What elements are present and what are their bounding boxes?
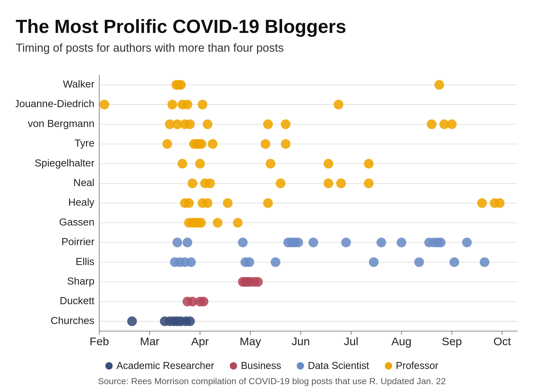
data-dot [447,119,457,129]
legend-label: Business [241,360,281,371]
data-dot [205,178,215,188]
data-dot [336,178,346,188]
data-dot [238,238,248,247]
data-dot [369,257,379,267]
legend-item-professor: Professor [385,360,438,371]
y-label: Poirrier [61,236,94,247]
legend-dot [297,362,304,370]
scatter-chart: WalkerVon Jouanne-Diedrichvon BergmannTy… [16,67,528,355]
data-dot [281,119,290,129]
data-dot [197,139,206,149]
x-label: Jun [291,335,310,348]
data-dot [266,159,275,169]
source-text: Source: Rees Morrison compilation of COV… [16,376,528,386]
data-dot [324,178,333,188]
y-label: Duckett [60,295,94,306]
data-dot [208,139,218,149]
y-label: Gassen [59,216,94,228]
x-label: Jul [344,335,358,348]
data-dot [293,238,303,247]
legend: Academic ResearcherBusinessData Scientis… [16,360,528,371]
x-label: Feb [89,335,109,348]
data-dot [176,80,186,90]
data-dot [495,198,505,208]
data-dot [198,100,207,109]
data-dot [477,198,487,208]
y-label: von Bergmann [28,118,94,129]
chart-subtitle: Timing of posts for authors with more th… [16,41,528,54]
data-dot [196,218,206,228]
data-dot [185,119,195,129]
data-dot [244,257,254,267]
y-label: Von Jouanne-Diedrich [16,98,94,109]
data-dot [199,297,208,306]
data-dot [276,178,285,188]
data-dot [99,100,109,109]
legend-label: Data Scientist [308,360,369,371]
data-dot [324,159,333,169]
x-label: Mar [140,335,159,348]
legend-label: Academic Researcher [116,360,214,371]
data-dot [263,119,273,129]
data-dot [462,238,472,247]
data-dot [184,198,194,208]
legend-item-academic-researcher: Academic Researcher [105,360,214,371]
data-dot [414,257,424,267]
data-dot [427,119,437,129]
x-label: Aug [391,335,411,348]
data-dot [233,218,243,228]
data-dot [168,100,177,109]
x-label: Sep [442,335,462,348]
data-dot [263,198,273,208]
y-label: Churches [51,315,95,326]
x-label: May [240,335,261,348]
y-label: Tyre [75,137,94,149]
x-label: Apr [191,335,209,348]
data-dot [188,178,197,188]
data-dot [185,316,195,326]
data-dot [364,159,374,169]
legend-dot [105,362,113,370]
y-label: Spiegelhalter [35,157,94,169]
data-dot [253,277,263,287]
data-dot [195,159,205,169]
chart-title: The Most Prolific COVID-19 Bloggers [16,16,528,37]
data-dot [397,238,406,247]
chart-area: WalkerVon Jouanne-Diedrichvon BergmannTy… [16,67,528,355]
data-dot [436,238,445,247]
data-dot [178,159,187,169]
data-dot [364,178,374,188]
data-dot [213,218,222,228]
data-dot [261,139,270,149]
data-dot [281,139,290,149]
data-dot [182,100,192,109]
data-dot [182,238,192,247]
y-label: Sharp [67,275,95,287]
data-dot [203,119,212,129]
data-dot [334,100,343,109]
data-dot [203,198,212,208]
data-dot [376,238,386,247]
data-dot [127,316,137,326]
data-dot [480,257,489,267]
legend-item-business: Business [230,360,281,371]
data-dot [223,198,232,208]
data-dot [308,238,318,247]
y-label: Ellis [76,256,94,267]
data-dot [173,238,182,247]
data-dot [434,80,444,90]
legend-item-data-scientist: Data Scientist [297,360,369,371]
data-dot [271,257,280,267]
data-dot [162,139,172,149]
data-dot [449,257,459,267]
legend-dot [385,362,392,370]
chart-container: The Most Prolific COVID-19 Bloggers Timi… [0,0,549,392]
y-label: Neal [73,177,95,188]
data-dot [186,257,196,267]
y-label: Walker [63,78,94,90]
data-dot [341,238,351,247]
legend-dot [230,362,237,370]
legend-label: Professor [396,360,438,371]
x-label: Oct [493,335,511,348]
y-label: Healy [68,197,95,208]
